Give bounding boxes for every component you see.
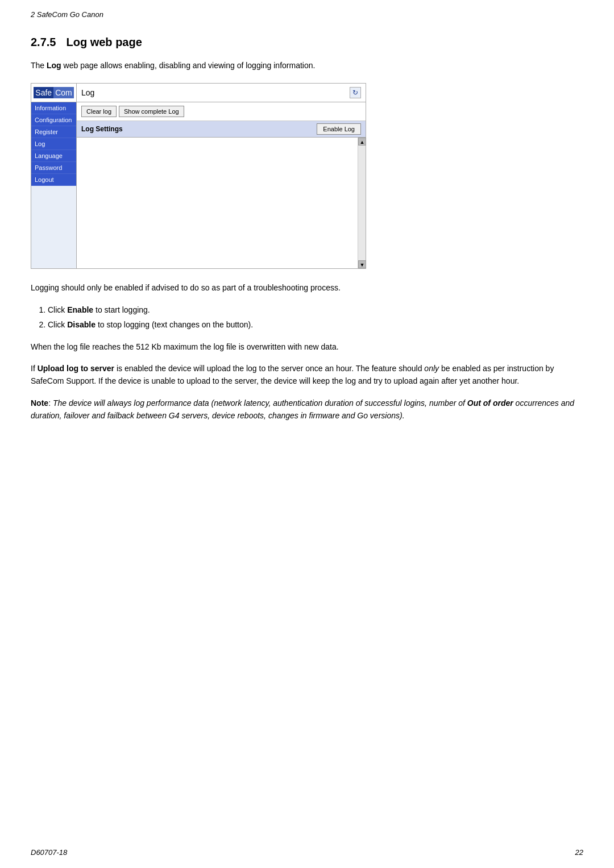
main-panel-header: Log ↻ xyxy=(77,84,366,102)
logo-safe: Safe xyxy=(34,87,53,98)
sidebar-item-register[interactable]: Register xyxy=(31,126,76,138)
note-text: Note: The device will always log perform… xyxy=(31,397,583,422)
sidebar-item-language[interactable]: Language xyxy=(31,150,76,162)
safecom-widget: SafeCom Information Configuration Regist… xyxy=(31,83,366,269)
sidebar: SafeCom Information Configuration Regist… xyxy=(31,84,77,268)
upload-log-text: If Upload log to server is enabled the d… xyxy=(31,362,583,388)
section-title: 2.7.5 Log web page xyxy=(31,36,583,49)
step-2-bold: Disable xyxy=(67,320,96,329)
breadcrumb: 2 SafeCom Go Canon xyxy=(0,0,614,19)
sidebar-item-information[interactable]: Information xyxy=(31,102,76,114)
sidebar-item-password[interactable]: Password xyxy=(31,162,76,174)
log-toolbar: Clear log Show complete Log xyxy=(77,102,366,121)
log-settings-label: Log Settings xyxy=(81,125,123,133)
note-label: Note xyxy=(31,398,48,408)
page-number: 22 xyxy=(575,848,583,857)
max-size-text: When the log file reaches the 512 Kb max… xyxy=(31,340,583,353)
safecom-logo: SafeCom xyxy=(31,84,76,102)
scrollbar-down-arrow[interactable]: ▼ xyxy=(358,260,366,268)
scrollbar-up-arrow[interactable]: ▲ xyxy=(358,138,366,146)
out-of-order-bold: Out of order xyxy=(467,398,513,408)
step-1-bold: Enable xyxy=(67,305,93,314)
clear-log-button[interactable]: Clear log xyxy=(81,106,117,117)
sidebar-item-configuration[interactable]: Configuration xyxy=(31,114,76,126)
logging-advice-text: Logging should only be enabled if advise… xyxy=(31,281,583,294)
steps-list: Click Enable to start logging. Click Dis… xyxy=(31,304,583,331)
section-number: 2.7.5 xyxy=(31,36,56,49)
show-complete-log-button[interactable]: Show complete Log xyxy=(119,106,184,117)
doc-number: D60707-18 xyxy=(31,848,67,857)
section-heading: Log web page xyxy=(66,36,142,49)
upload-only-italic: only xyxy=(424,364,439,373)
sidebar-spacer xyxy=(31,186,76,268)
logo-com: Com xyxy=(53,87,74,98)
refresh-icon[interactable]: ↻ xyxy=(350,87,361,98)
sidebar-item-log[interactable]: Log xyxy=(31,138,76,150)
upload-log-bold: Upload log to server xyxy=(38,364,114,373)
main-panel-title: Log xyxy=(81,88,94,97)
page-footer: D60707-18 22 xyxy=(31,848,583,857)
note-content: The device will always log performance d… xyxy=(31,398,574,420)
main-panel: Log ↻ Clear log Show complete Log Log Se… xyxy=(77,84,366,268)
enable-log-button[interactable]: Enable Log xyxy=(317,123,361,135)
intro-paragraph: The Log web page allows enabling, disabl… xyxy=(31,59,583,72)
sidebar-item-logout[interactable]: Logout xyxy=(31,174,76,186)
step-1: Click Enable to start logging. xyxy=(48,304,583,316)
log-content-area: ▲ ▼ xyxy=(77,138,366,268)
scrollbar[interactable]: ▲ ▼ xyxy=(358,138,366,268)
step-2: Click Disable to stop logging (text chan… xyxy=(48,318,583,331)
log-settings-bar: Log Settings Enable Log xyxy=(77,121,366,138)
